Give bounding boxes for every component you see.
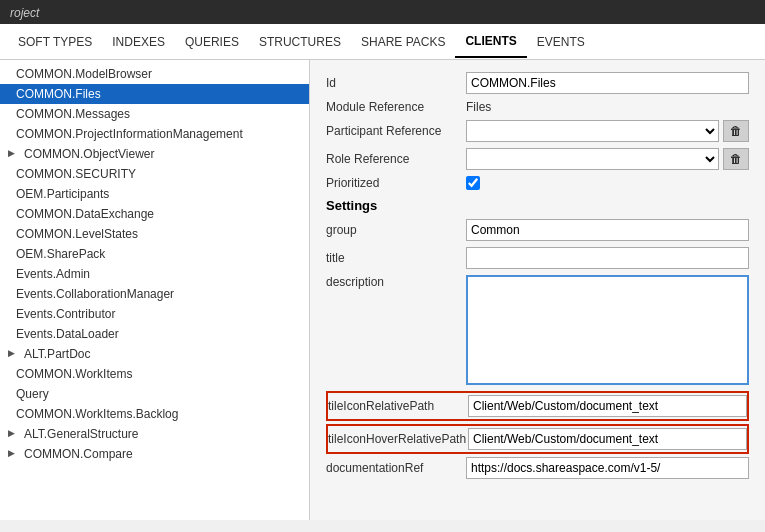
tile-icon-hover-highlighted-row: tileIconHoverRelativePath: [326, 424, 749, 454]
role-ref-delete-button[interactable]: 🗑: [723, 148, 749, 170]
sidebar-item-security[interactable]: COMMON.SECURITY: [0, 164, 309, 184]
module-ref-value: Files: [466, 100, 749, 114]
sidebar-item-files[interactable]: COMMON.Files: [0, 84, 309, 104]
sidebar-item-alt-partdoc[interactable]: ▶ ALT.PartDoc: [0, 344, 309, 364]
tile-icon-hover-label: tileIconHoverRelativePath: [328, 432, 468, 446]
role-ref-row: Role Reference 🗑: [326, 148, 749, 170]
sidebar-item-oem-participants[interactable]: OEM.Participants: [0, 184, 309, 204]
sidebar-item-query[interactable]: Query: [0, 384, 309, 404]
detail-panel: Id Module Reference Files Participant Re…: [310, 60, 765, 520]
sidebar-item-alt-general[interactable]: ▶ ALT.GeneralStructure: [0, 424, 309, 444]
prioritized-label: Prioritized: [326, 176, 466, 190]
group-input[interactable]: [466, 219, 749, 241]
module-ref-label: Module Reference: [326, 100, 466, 114]
id-input[interactable]: [466, 72, 749, 94]
title-label: title: [326, 251, 466, 265]
chevron-right-icon-3: ▶: [8, 428, 20, 440]
role-ref-select[interactable]: [466, 148, 719, 170]
tile-icon-label: tileIconRelativePath: [328, 399, 468, 413]
sidebar-item-events-admin[interactable]: Events.Admin: [0, 264, 309, 284]
description-label: description: [326, 275, 466, 289]
description-textarea[interactable]: [466, 275, 749, 385]
nav-indexes[interactable]: INDEXES: [102, 27, 175, 57]
participant-ref-wrapper: 🗑: [466, 120, 749, 142]
nav-share-packs[interactable]: SHARE PACKS: [351, 27, 455, 57]
role-ref-wrapper: 🗑: [466, 148, 749, 170]
role-ref-label: Role Reference: [326, 152, 466, 166]
participant-ref-select[interactable]: [466, 120, 719, 142]
tile-icon-hover-input[interactable]: [468, 428, 747, 450]
sidebar-item-oem-sharepack[interactable]: OEM.SharePack: [0, 244, 309, 264]
sidebar-item-data-loader[interactable]: Events.DataLoader: [0, 324, 309, 344]
id-row: Id: [326, 72, 749, 94]
nav-bar: SOFT TYPES INDEXES QUERIES STRUCTURES SH…: [0, 24, 765, 60]
participant-ref-label: Participant Reference: [326, 124, 466, 138]
tile-icon-row: tileIconRelativePath: [328, 393, 747, 419]
title-input[interactable]: [466, 247, 749, 269]
chevron-right-icon-2: ▶: [8, 348, 20, 360]
participant-ref-row: Participant Reference 🗑: [326, 120, 749, 142]
sidebar-item-model-browser[interactable]: COMMON.ModelBrowser: [0, 64, 309, 84]
sidebar-item-workitems[interactable]: COMMON.WorkItems: [0, 364, 309, 384]
chevron-right-icon-4: ▶: [8, 448, 20, 460]
group-row: group: [326, 219, 749, 241]
sidebar-item-messages[interactable]: COMMON.Messages: [0, 104, 309, 124]
trash-icon-2: 🗑: [730, 152, 742, 166]
sidebar-item-compare[interactable]: ▶ COMMON.Compare: [0, 444, 309, 464]
group-label: group: [326, 223, 466, 237]
tile-icon-input[interactable]: [468, 395, 747, 417]
chevron-right-icon: ▶: [8, 148, 20, 160]
doc-ref-row: documentationRef: [326, 457, 749, 479]
nav-queries[interactable]: QUERIES: [175, 27, 249, 57]
prioritized-checkbox[interactable]: [466, 176, 480, 190]
sidebar-item-collab-manager[interactable]: Events.CollaborationManager: [0, 284, 309, 304]
trash-icon: 🗑: [730, 124, 742, 138]
main-content: COMMON.ModelBrowser COMMON.Files COMMON.…: [0, 60, 765, 520]
prioritized-row: Prioritized: [326, 176, 749, 190]
tile-icon-hover-row: tileIconHoverRelativePath: [328, 426, 747, 452]
nav-clients[interactable]: CLIENTS: [455, 26, 526, 58]
module-ref-row: Module Reference Files: [326, 100, 749, 114]
nav-soft-types[interactable]: SOFT TYPES: [8, 27, 102, 57]
nav-events[interactable]: EVENTS: [527, 27, 595, 57]
sidebar-item-data-exchange[interactable]: COMMON.DataExchange: [0, 204, 309, 224]
participant-ref-delete-button[interactable]: 🗑: [723, 120, 749, 142]
sidebar-item-workitems-backlog[interactable]: COMMON.WorkItems.Backlog: [0, 404, 309, 424]
doc-ref-input[interactable]: [466, 457, 749, 479]
sidebar: COMMON.ModelBrowser COMMON.Files COMMON.…: [0, 60, 310, 520]
sidebar-item-project-info[interactable]: COMMON.ProjectInformationManagement: [0, 124, 309, 144]
app-title-text: roject: [10, 6, 39, 20]
sidebar-item-contributor[interactable]: Events.Contributor: [0, 304, 309, 324]
settings-title: Settings: [326, 198, 749, 213]
id-label: Id: [326, 76, 466, 90]
sidebar-item-level-states[interactable]: COMMON.LevelStates: [0, 224, 309, 244]
title-row: title: [326, 247, 749, 269]
app-title: roject: [0, 0, 765, 24]
nav-structures[interactable]: STRUCTURES: [249, 27, 351, 57]
doc-ref-label: documentationRef: [326, 461, 466, 475]
tile-icon-highlighted-row: tileIconRelativePath: [326, 391, 749, 421]
description-row: description: [326, 275, 749, 385]
sidebar-item-object-viewer[interactable]: ▶ COMMON.ObjectViewer: [0, 144, 309, 164]
